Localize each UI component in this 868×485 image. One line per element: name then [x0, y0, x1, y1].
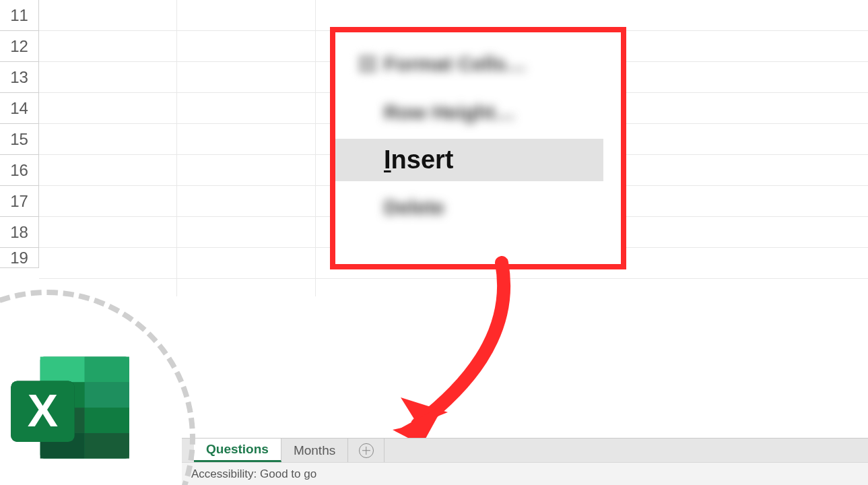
plus-icon: [359, 443, 374, 458]
svg-rect-2: [40, 357, 85, 383]
row-header[interactable]: 18: [0, 217, 39, 248]
spreadsheet-canvas[interactable]: 11 12 13 14 15 16 17 18 19 Format Cells……: [0, 0, 868, 485]
svg-text:X: X: [28, 385, 58, 436]
excel-logo-icon: X: [7, 352, 135, 466]
menu-label: Format Cells…: [384, 53, 527, 75]
menu-item-insert[interactable]: Insert: [335, 139, 603, 181]
new-sheet-button[interactable]: [348, 439, 385, 462]
svg-rect-9: [85, 433, 129, 459]
annotation-context-menu-box: Format Cells… Row Height… Insert Delete: [330, 27, 626, 269]
status-bar: Accessibility: Good to go: [182, 462, 868, 485]
sheet-tab-months[interactable]: Months: [281, 439, 348, 462]
sheet-tab-questions[interactable]: Questions: [194, 439, 281, 462]
row-header[interactable]: 15: [0, 124, 39, 155]
tab-label: Questions: [206, 442, 269, 457]
menu-item-delete[interactable]: Delete: [335, 191, 621, 224]
row-header[interactable]: 16: [0, 155, 39, 186]
svg-rect-7: [85, 408, 129, 433]
menu-label: Row Height…: [384, 101, 515, 124]
row-header[interactable]: 11: [0, 0, 39, 31]
tab-label: Months: [294, 443, 335, 458]
svg-rect-3: [85, 357, 129, 383]
row-header[interactable]: 12: [0, 31, 39, 62]
row-header[interactable]: 14: [0, 93, 39, 124]
row-header[interactable]: 13: [0, 62, 39, 93]
menu-label: Delete: [384, 196, 444, 219]
menu-label: Insert: [384, 146, 453, 174]
sheet-tab-strip: Questions Months: [182, 438, 868, 462]
svg-rect-5: [85, 382, 129, 408]
row-header-gutter: 11 12 13 14 15 16 17 18 19: [0, 0, 39, 268]
row-header[interactable]: 19: [0, 248, 39, 268]
accessibility-status: Accessibility: Good to go: [191, 467, 316, 481]
row-header[interactable]: 17: [0, 186, 39, 217]
annotation-arrow-icon: [380, 256, 542, 445]
menu-item-row-height[interactable]: Row Height…: [335, 96, 621, 129]
menu-item-format-cells[interactable]: Format Cells…: [335, 47, 621, 81]
